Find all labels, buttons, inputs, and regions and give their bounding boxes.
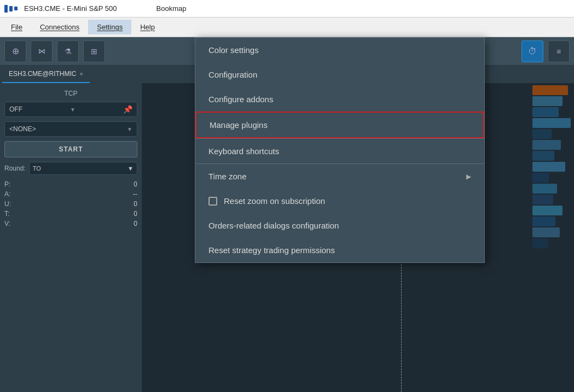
off-dropdown[interactable]: OFF ▼ 📌 xyxy=(4,102,137,117)
chart-bar xyxy=(532,227,560,237)
chart-bar xyxy=(532,96,563,106)
chart-bar xyxy=(532,85,568,95)
dropdown-item-reset-zoom[interactable]: Reset zoom on subscription xyxy=(195,189,484,213)
stat-v-label: V: xyxy=(4,220,10,227)
stat-u: U: 0 xyxy=(4,199,137,209)
dropdown-item-label: Reset strategy trading permissions xyxy=(208,245,335,255)
stat-u-value: 0 xyxy=(121,200,137,208)
menu-settings[interactable]: Settings xyxy=(88,20,131,34)
round-value: TO xyxy=(33,165,41,172)
chart-bar xyxy=(532,107,559,117)
chart-bar xyxy=(532,217,555,226)
app-icon xyxy=(4,5,18,13)
stats-table: P: 0 A: -- U: 0 T: 0 V: 0 xyxy=(4,179,137,229)
dropdown-item-label: Reset zoom on subscription xyxy=(224,196,325,206)
menu-bar: File Connections Settings Help xyxy=(0,17,574,37)
start-button[interactable]: START xyxy=(4,141,137,157)
dropdown-item-label: Time zone xyxy=(208,172,246,181)
dropdown-item-label: Configuration xyxy=(208,70,257,79)
dropdown-item-orders-config[interactable]: Orders-related dialogs configuration xyxy=(195,213,484,238)
analysis-button[interactable]: ⚗ xyxy=(57,40,79,62)
chart-bar xyxy=(532,206,563,215)
start-button-group: START xyxy=(4,141,137,157)
none-dropdown-group: <NONE> ▼ xyxy=(4,121,137,137)
dropdown-item-keyboard-shortcuts[interactable]: Keyboard shortcuts xyxy=(195,139,484,163)
stat-p-value: 0 xyxy=(121,180,137,188)
chart-bars xyxy=(530,83,574,250)
left-panel: TCP OFF ▼ 📌 <NONE> ▼ START Round: TO xyxy=(0,83,142,392)
submenu-arrow-icon: ▶ xyxy=(466,173,471,180)
title-bar: ESH3.CME - E-Mini S&P 500 Bookmap xyxy=(0,0,574,17)
clock-button[interactable]: ⏱ xyxy=(521,40,543,62)
chart-mode-button[interactable]: ≡ xyxy=(548,40,570,62)
round-label: Round: xyxy=(4,165,26,172)
dropdown-item-color-settings[interactable]: Color settings xyxy=(195,38,484,62)
dropdown-item-reset-strategy[interactable]: Reset strategy trading permissions xyxy=(195,238,484,262)
menu-help[interactable]: Help xyxy=(131,20,164,34)
stat-a: A: -- xyxy=(4,189,137,199)
dropdown-item-label: Orders-related dialogs configuration xyxy=(208,221,339,230)
round-row: Round: TO ▼ xyxy=(4,162,137,175)
off-value: OFF xyxy=(9,106,22,113)
tab-label: ESH3.CME@RITHMIC xyxy=(9,70,77,78)
dropdown-item-configure-addons[interactable]: Configure addons xyxy=(195,87,484,112)
menu-connections[interactable]: Connections xyxy=(31,20,88,34)
share-button[interactable]: ⋈ xyxy=(31,40,53,62)
toolbar-right: ⏱ ≡ xyxy=(521,40,570,62)
chart-bar xyxy=(532,238,548,248)
stat-v-value: 0 xyxy=(121,220,137,227)
dropdown-item-label: Manage plugins xyxy=(210,120,268,130)
chart-bar xyxy=(532,173,549,183)
tab-close-icon[interactable]: × xyxy=(80,71,83,77)
dropdown-item-configuration[interactable]: Configuration xyxy=(195,62,484,87)
chart-bar xyxy=(532,151,554,161)
chart-bar xyxy=(532,195,553,204)
settings-dropdown: Color settingsConfigurationConfigure add… xyxy=(195,37,485,263)
none-dropdown-arrow: ▼ xyxy=(127,126,132,132)
pin-icon: 📌 xyxy=(123,105,132,114)
off-value-container: OFF xyxy=(9,106,22,113)
dropdown-item-label: Configure addons xyxy=(208,95,273,104)
dropdown-item-label: Color settings xyxy=(208,45,259,55)
stat-t: T: 0 xyxy=(4,209,137,219)
none-dropdown[interactable]: <NONE> ▼ xyxy=(4,121,137,137)
window-title: ESH3.CME - E-Mini S&P 500 xyxy=(24,4,117,13)
checkbox-icon xyxy=(208,197,217,206)
stat-t-value: 0 xyxy=(121,210,137,218)
dropdown-item-label: Keyboard shortcuts xyxy=(208,147,279,156)
app-name: Bookmap xyxy=(156,4,187,13)
stat-v: V: 0 xyxy=(4,219,137,229)
chart-bar xyxy=(532,118,571,128)
crosshair-button[interactable]: ⊕ xyxy=(4,40,26,62)
stat-t-label: T: xyxy=(4,210,9,218)
stat-p: P: 0 xyxy=(4,179,137,189)
stat-u-label: U: xyxy=(4,200,11,208)
stat-p-label: P: xyxy=(4,180,10,188)
panel-header: TCP xyxy=(4,87,137,102)
dropdown-item-time-zone[interactable]: Time zone▶ xyxy=(195,164,484,189)
stat-a-value: -- xyxy=(121,190,137,198)
menu-file[interactable]: File xyxy=(2,20,31,34)
dropdown-item-manage-plugins[interactable]: Manage plugins xyxy=(195,112,484,138)
chart-bar xyxy=(532,184,557,194)
stat-a-label: A: xyxy=(4,190,10,198)
off-dropdown-arrow: ▼ xyxy=(70,107,76,113)
round-dropdown-arrow: ▼ xyxy=(127,165,134,172)
round-dropdown[interactable]: TO ▼ xyxy=(29,162,137,175)
chart-bar xyxy=(532,162,565,172)
none-value: <NONE> xyxy=(9,125,36,133)
chart-bar xyxy=(532,129,552,139)
layout-button[interactable]: ⊞ xyxy=(83,40,105,62)
tab-esh3[interactable]: ESH3.CME@RITHMIC × xyxy=(2,66,90,83)
off-dropdown-group: OFF ▼ 📌 xyxy=(4,102,137,117)
chart-bar xyxy=(532,140,561,150)
